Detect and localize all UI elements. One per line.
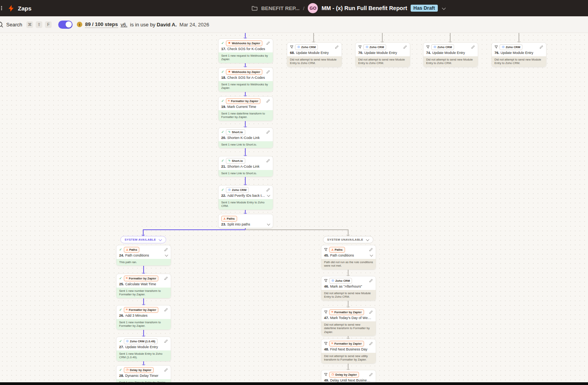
webhooks-icon: ∗ (228, 70, 231, 73)
chevron-down-icon[interactable] (165, 254, 168, 257)
edit-icon[interactable] (369, 310, 373, 314)
edit-icon[interactable] (164, 308, 168, 312)
app-name: Paths (129, 248, 137, 252)
step-card-21[interactable]: ✓∿Short.io21.Shorten A-Code LinkSent 1 n… (218, 156, 273, 177)
path-label-system-available[interactable]: SYSTEM AVAILABLE (120, 236, 166, 243)
check-icon: ✓ (221, 159, 224, 163)
edit-icon[interactable] (266, 99, 270, 103)
step-header: ✓∗Webhooks by Zapier (219, 68, 273, 76)
app-name: Zoho CRM (437, 45, 452, 49)
app-name: Short.io (232, 159, 243, 163)
step-card-46[interactable]: ◎Zoho CRM46.Mark as "Afterhours"Did not … (321, 276, 376, 301)
step-card-26[interactable]: ✓≈Formatter by Zapier26.Add 3 MinutesSen… (116, 305, 171, 330)
step-card-19[interactable]: ✓≈Formatter by Zapier19.Mark Current Tim… (218, 96, 273, 121)
step-card-76[interactable]: ◎Zoho CRM76.Update Module EntryDid not a… (491, 42, 546, 67)
edit-icon[interactable] (164, 248, 168, 251)
app-pill: ◎Zoho CRM (431, 44, 454, 50)
edit-icon[interactable] (369, 279, 373, 283)
step-title: Delay Until Next Business Day (330, 378, 371, 382)
path-label-system-unavailable[interactable]: SYSTEM UNAVAILABLE (323, 236, 373, 243)
breadcrumb-folder[interactable]: BENEFIT REP... (261, 5, 300, 11)
filter-icon (324, 310, 328, 314)
app-name: Formatter by Zapier (334, 342, 361, 346)
edit-icon[interactable] (266, 159, 270, 163)
edit-icon[interactable] (369, 342, 373, 345)
search-label[interactable]: Search (6, 22, 22, 28)
edit-icon[interactable] (403, 45, 407, 49)
connector-line (143, 229, 245, 230)
formatter-icon: ≈ (331, 342, 333, 345)
connector-line (519, 33, 519, 42)
step-status-text: Sent 1 new Module Entry to Zoho CRM (1.0… (116, 350, 171, 361)
step-card-20[interactable]: ✓∿Short.io20.Shorten K-Code LinkSent 1 n… (218, 127, 273, 148)
edit-icon[interactable] (266, 130, 270, 134)
step-title-row: 19.Mark Current Time (219, 105, 273, 110)
step-card-70[interactable]: ◎Zoho CRM70.Update Module EntryDid not a… (355, 42, 410, 67)
toggle-knob (66, 21, 72, 28)
breadcrumb-separator: / (303, 5, 305, 11)
step-card-22[interactable]: ✓◎Zoho CRM22.Add Pverify IDs back to Ben… (218, 185, 273, 210)
edit-icon[interactable] (266, 188, 270, 192)
edit-icon[interactable] (266, 70, 270, 74)
app-name: Delay by Zapier (130, 368, 151, 372)
step-card-47[interactable]: ≈Formatter by Zapier47.Mark Today's Day … (321, 307, 376, 336)
editor-toolbar: Search ⌘ ⇧ F ! 89 / 100 steps v6. is in … (0, 16, 588, 33)
nav-zaps[interactable]: Zaps (18, 5, 31, 12)
edit-icon[interactable] (164, 368, 168, 372)
step-number: 22. (221, 194, 226, 198)
step-title-row: 76.Update Module Entry (492, 51, 546, 56)
status-toggle[interactable] (58, 21, 73, 29)
zoho-icon: ◎ (366, 45, 368, 49)
app-name: Zoho CRM (1.0.49) (130, 340, 155, 343)
step-number: 26. (119, 314, 124, 317)
step-card-18[interactable]: ✓∗Webhooks by Zapier18.Check SOS for A-C… (218, 67, 273, 92)
step-title: Update Module Entry (296, 51, 329, 55)
step-card-68[interactable]: ◎Zoho CRM68.Update Module EntryDid not a… (287, 42, 342, 67)
step-card-48[interactable]: ≈Formatter by Zapier48.Find Next Busines… (321, 339, 376, 364)
app-pill: YPaths (329, 247, 345, 253)
step-number: 46. (324, 284, 329, 288)
step-title: Mark Current Time (227, 105, 257, 109)
step-card-74[interactable]: ◎Zoho CRM74.Update Module EntryDid not a… (423, 42, 478, 67)
steps-count[interactable]: 89 / 100 steps (85, 21, 118, 28)
step-number: 18. (221, 76, 226, 80)
chevron-down-icon[interactable] (442, 7, 446, 10)
app-pill: ≈Formatter by Zapier (226, 98, 261, 104)
step-card-45[interactable]: YPaths45.Path conditionsPath did not run… (321, 245, 376, 270)
edit-icon[interactable] (369, 248, 373, 251)
zap-title[interactable]: MM - (x) Run Full Benefit Report (321, 5, 407, 11)
step-header: ≈Formatter by Zapier (321, 308, 376, 316)
step-card-17[interactable]: ✓∗Webhooks by Zapier17.Check SOS for K-C… (218, 38, 273, 63)
edit-icon[interactable] (335, 45, 339, 49)
step-title-row: 46.Mark as "Afterhours" (321, 284, 376, 290)
edit-icon[interactable] (164, 276, 168, 280)
zoho-icon: ◎ (228, 188, 231, 191)
filter-icon (324, 342, 328, 345)
step-card-23[interactable]: YPaths23.Split into paths (218, 214, 273, 228)
edit-icon[interactable] (539, 45, 543, 49)
version-link[interactable]: v6. (121, 22, 127, 28)
grid-menu-icon[interactable] (0, 5, 3, 12)
shortio-icon: ∿ (228, 159, 231, 162)
chevron-down-icon[interactable] (267, 223, 270, 226)
avatar[interactable]: GO (308, 3, 318, 13)
step-card-27[interactable]: ✓◎Zoho CRM (1.0.49)27.Update Module Entr… (116, 336, 171, 361)
app-pill: ◎Zoho CRM (363, 44, 386, 50)
filter-icon (324, 373, 328, 376)
step-header: ✓∗Webhooks by Zapier (219, 39, 273, 47)
chevron-down-icon[interactable] (267, 194, 270, 197)
step-card-25[interactable]: ✓≈Formatter by Zapier25.Calculate Wait T… (116, 274, 171, 298)
edit-icon[interactable] (164, 339, 168, 343)
app-name: Zoho CRM (506, 45, 520, 49)
edit-icon[interactable] (471, 45, 475, 49)
chevron-down-icon (159, 238, 162, 241)
edit-icon[interactable] (369, 373, 373, 376)
edit-icon[interactable] (266, 41, 270, 45)
step-number: 24. (119, 253, 124, 257)
step-card-24[interactable]: ✓YPaths24.Path conditionsThis path ran. (116, 245, 171, 266)
chevron-down-icon[interactable] (370, 254, 373, 257)
search-icon[interactable] (0, 21, 3, 28)
connector-line (382, 33, 383, 42)
zap-canvas[interactable]: SYSTEM AVAILABLE SYSTEM UNAVAILABLE ✓∗We… (0, 33, 588, 385)
path-label-text: SYSTEM AVAILABLE (125, 238, 156, 241)
